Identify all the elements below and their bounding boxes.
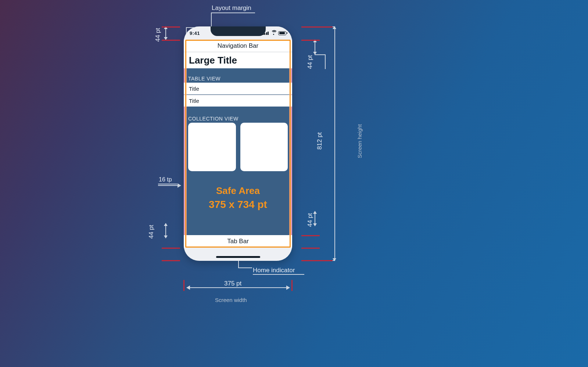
diagram-stage: Layout margin 812 pt Screen height 44 pt… bbox=[0, 0, 588, 367]
dim-navbar-44-label: 44 pt bbox=[306, 55, 314, 69]
large-title-bar: Large Title bbox=[184, 52, 292, 68]
collection-view-heading: COLLECTION VIEW bbox=[188, 116, 239, 122]
dim-screen-width-value: 375 pt bbox=[224, 280, 241, 287]
navigation-bar-label: Navigation Bar bbox=[218, 42, 259, 50]
dim-statusbar-44-label: 44 pt bbox=[154, 28, 162, 42]
cellular-icon bbox=[263, 31, 269, 35]
dim-layout-margin-arrow bbox=[158, 185, 181, 186]
dim-layout-margin-underline bbox=[158, 184, 177, 184]
dim-screen-height-value: 812 pt bbox=[316, 132, 323, 150]
table-cell-2-label: Title bbox=[189, 98, 199, 104]
safe-area-caption-line1: Safe Area bbox=[184, 185, 292, 197]
navigation-bar: Navigation Bar bbox=[184, 40, 292, 52]
label-screen-height: Screen height bbox=[356, 124, 363, 158]
dim-screen-height-line bbox=[334, 26, 335, 261]
layout-margin-right bbox=[289, 40, 292, 248]
layout-margin-left bbox=[184, 40, 187, 248]
tab-bar-label: Tab Bar bbox=[227, 238, 249, 245]
callout-home-indicator: Home indicator bbox=[253, 267, 295, 274]
red-tick-bl-1 bbox=[162, 248, 180, 249]
collection-card bbox=[188, 123, 236, 171]
collection-view bbox=[188, 123, 288, 171]
dim-bottominset-44-label: 44 pt bbox=[148, 225, 155, 239]
home-indicator-area bbox=[184, 248, 292, 261]
red-tick-width-l bbox=[183, 280, 184, 291]
red-tick-tr-2 bbox=[301, 40, 320, 41]
phone-frame: 9:41 Navigation Bar Large Title TABLE VI… bbox=[184, 26, 292, 261]
status-time: 9:41 bbox=[190, 30, 200, 36]
red-tick-tr-1 bbox=[301, 26, 333, 28]
status-bar: 9:41 bbox=[184, 26, 292, 40]
safe-area-caption: Safe Area 375 x 734 pt bbox=[184, 185, 292, 211]
red-tick-br-1 bbox=[301, 235, 320, 236]
battery-icon bbox=[278, 31, 286, 35]
wifi-icon bbox=[271, 31, 276, 35]
safe-area-caption-line2: 375 x 734 pt bbox=[184, 199, 292, 211]
collection-card bbox=[240, 123, 288, 171]
callout-home-indicator-underline bbox=[253, 274, 304, 275]
red-tick-tl-1 bbox=[162, 26, 180, 28]
callout-home-indicator-label: Home indicator bbox=[253, 267, 295, 274]
large-title-label: Large Title bbox=[189, 55, 237, 66]
callout-layout-margin-label: Layout margin bbox=[212, 4, 251, 11]
dim-screen-width-line bbox=[187, 287, 290, 288]
callout-layout-margin: Layout margin bbox=[212, 4, 251, 12]
dim-tabbar-44-label: 44 pt bbox=[306, 213, 314, 227]
tab-bar: Tab Bar bbox=[184, 235, 292, 248]
red-tick-bl-2 bbox=[162, 260, 180, 261]
red-tick-tl-2 bbox=[162, 40, 180, 41]
red-tick-br-2 bbox=[301, 248, 320, 249]
home-indicator bbox=[216, 256, 260, 258]
table-row: Title bbox=[184, 83, 292, 94]
red-tick-width-r bbox=[291, 280, 293, 291]
label-screen-width: Screen width bbox=[215, 297, 247, 303]
table-row: Title bbox=[184, 95, 292, 107]
table-cell-1-label: Title bbox=[189, 86, 199, 92]
status-indicators bbox=[263, 31, 287, 35]
red-tick-br-3 bbox=[301, 260, 333, 261]
table-view-heading: TABLE VIEW bbox=[188, 76, 220, 82]
dim-layout-margin-label: 16 tp bbox=[159, 176, 172, 183]
